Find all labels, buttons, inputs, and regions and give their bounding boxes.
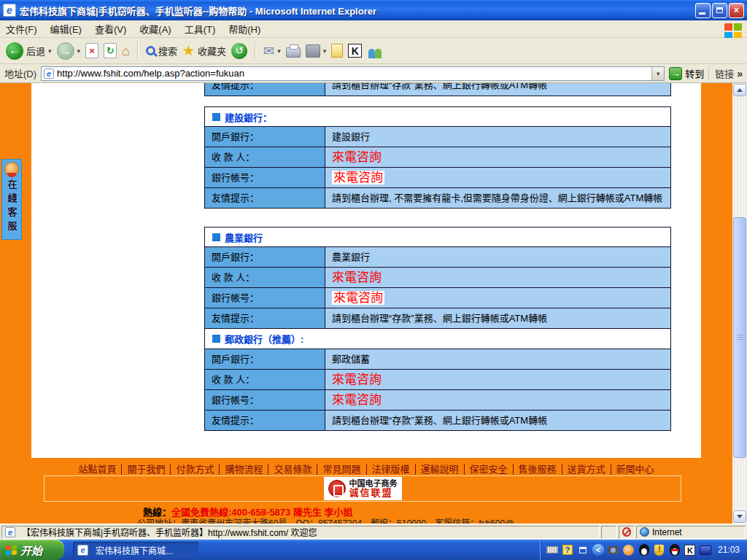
favorites-button[interactable]: ★ 收藏夹 (182, 42, 226, 59)
ime-help-icon[interactable]: ? (562, 544, 573, 556)
footer-link-shipping[interactable]: 運輸說明 (415, 464, 464, 475)
footer-link-delivery[interactable]: 送貨方式 (562, 464, 611, 475)
search-label: 搜索 (158, 44, 177, 58)
row-value: 請到櫃台辦理“存款”業務、網上銀行轉帳或ATM轉帳 (325, 83, 670, 96)
section-marker-icon (212, 233, 220, 241)
scroll-down-button[interactable] (733, 510, 746, 523)
row-label: 開戶銀行： (205, 127, 325, 147)
kaspersky-tray-icon[interactable]: K (684, 544, 696, 556)
plugin-button[interactable]: K (348, 44, 362, 58)
hide-tray-icons-button[interactable]: < (592, 544, 604, 556)
scroll-up-button[interactable] (733, 84, 746, 96)
company-address-clipped: 公司地址：廣東省廣州市深南大路60号 QQ：857457204 郵編：51000… (137, 516, 514, 524)
menu-edit[interactable]: 编辑(E) (50, 22, 82, 36)
vertical-scrollbar[interactable] (732, 83, 747, 524)
stop-icon: × (85, 43, 98, 58)
discuss-button[interactable] (331, 44, 343, 58)
print-button[interactable] (286, 44, 301, 58)
links-bar[interactable]: 链接 » (708, 66, 743, 80)
section-marker-icon (212, 113, 220, 121)
footer-link-about[interactable]: 關于我們 (121, 464, 170, 475)
footer-link-news[interactable]: 新聞中心 (611, 464, 659, 475)
back-dropdown-icon[interactable]: ▾ (48, 47, 52, 55)
bank-table-agri-postal: 農業銀行 開戶銀行： 農業銀行 收 款 人： 來電咨詢 銀行帳号： 來電咨詢 (204, 227, 671, 431)
status-page-icon: e (5, 527, 15, 537)
footer-link-faq[interactable]: 常見問題 (317, 464, 365, 475)
table-row: 收 款 人： 來電咨詢 (205, 147, 670, 167)
zone-label: Internet (652, 527, 682, 537)
edit-dropdown-icon[interactable]: ▾ (323, 47, 327, 55)
edit-button[interactable]: ▾ (306, 44, 327, 58)
start-label: 开始 (20, 542, 42, 558)
footer-link-shopping-flow[interactable]: 購物流程 (219, 464, 268, 475)
menu-help[interactable]: 帮助(H) (228, 22, 260, 36)
menu-view[interactable]: 查看(V) (95, 22, 126, 36)
user-tray-icon[interactable] (623, 544, 635, 556)
page-content: 友情提示： 請到櫃台辦理“存款”業務、網上銀行轉帳或ATM轉帳 建設銀行： 開戶… (31, 83, 701, 458)
row-value: 請到櫃台辦理“存款”業務、網上銀行轉帳或ATM轉帳 (325, 411, 670, 430)
menu-tools[interactable]: 工具(T) (185, 22, 216, 36)
security-shield-icon[interactable]: ! (654, 544, 665, 556)
close-button[interactable]: × (729, 3, 744, 18)
edit-icon (306, 44, 320, 58)
keyboard-tray-icon[interactable] (546, 544, 558, 556)
section-title: 郵政銀行（推薦）: (225, 332, 303, 346)
table-row: 友情提示： 請到櫃台辦理“存款”業務、網上銀行轉帳或ATM轉帳 (205, 83, 670, 96)
minimize-button[interactable] (695, 3, 711, 18)
row-value: 來電咨詢 (325, 168, 670, 187)
task-label: 宏伟科技旗下商城... (96, 544, 173, 556)
status-pane-blocked (619, 526, 635, 539)
home-button[interactable]: ⌂ (122, 43, 130, 59)
ecommerce-trust-badge[interactable]: 中国电子商务 诚信联盟 (324, 477, 402, 500)
online-service-widget[interactable]: 在綫客服 (1, 159, 22, 240)
stop-button[interactable]: × (85, 43, 98, 58)
address-input[interactable] (57, 68, 651, 79)
table-row: 銀行帳号： 來電咨詢 (205, 167, 670, 187)
back-label: 后退 (26, 44, 45, 58)
status-bar: e 【宏伟科技旗下商城|手机窃听器、手机监听器】http://www.fshit… (0, 524, 747, 540)
forward-button[interactable]: → ▾ (57, 42, 81, 60)
title-bar: e 宏伟科技旗下商城|手机窃听器、手机监听器--购物帮助 - Microsoft… (0, 0, 747, 20)
refresh-button[interactable]: ↻ (104, 43, 117, 58)
chevron-right-icon: » (737, 68, 743, 79)
go-button[interactable]: → 转到 (669, 66, 704, 80)
qq2-tray-icon[interactable] (669, 544, 681, 556)
customer-service-icon (4, 162, 19, 176)
footer-link-aftersale[interactable]: 售後服務 (513, 464, 562, 475)
toolbar-separator (137, 42, 139, 61)
restore-icon (716, 7, 723, 13)
taskbar-task-button[interactable]: e 宏伟科技旗下商城... (73, 542, 198, 559)
scrollbar-thumb[interactable] (733, 217, 746, 458)
monitor-tray-icon[interactable] (700, 544, 711, 556)
mail-button[interactable]: ✉ ▾ (263, 43, 281, 59)
history-button[interactable]: ↺ (231, 43, 247, 59)
camera-tray-icon[interactable] (608, 544, 619, 556)
start-button[interactable]: 开始 (0, 540, 64, 560)
status-pane-empty (601, 526, 617, 539)
taskbar: 开始 e 宏伟科技旗下商城... ? < ! K 21:03 (0, 540, 747, 560)
messenger-button[interactable] (367, 44, 383, 58)
row-value: 請到櫃台辦理“存款”業務、網上銀行轉帳或ATM轉帳 (325, 308, 670, 328)
table-row: 開戶銀行： 郵政儲蓄 (205, 349, 670, 369)
footer-nav: 站點首頁關于我們付款方式購物流程交易條款常見問題法律版權運輸說明保密安全售後服務… (0, 458, 732, 475)
restore-tray-icon[interactable] (577, 544, 589, 556)
footer-link-home[interactable]: 站點首頁 (73, 464, 121, 475)
mail-dropdown-icon[interactable]: ▾ (277, 47, 281, 55)
forward-icon: → (57, 42, 74, 60)
search-button[interactable]: 搜索 (146, 44, 177, 58)
menu-file[interactable]: 文件(F) (6, 22, 37, 36)
restore-button[interactable] (712, 3, 727, 18)
footer-link-privacy[interactable]: 保密安全 (464, 464, 513, 475)
footer-link-legal[interactable]: 法律版權 (366, 464, 415, 475)
forward-dropdown-icon[interactable]: ▾ (77, 47, 81, 55)
address-field[interactable]: e ▾ (41, 66, 665, 81)
address-dropdown-button[interactable]: ▾ (651, 67, 664, 80)
row-label: 開戶銀行： (205, 247, 325, 267)
row-label: 銀行帳号： (205, 288, 325, 308)
back-button[interactable]: ← 后退 ▾ (6, 42, 52, 60)
qq-tray-icon[interactable] (638, 544, 650, 556)
footer-link-payment[interactable]: 付款方式 (170, 464, 219, 475)
menu-favorites[interactable]: 收藏(A) (139, 22, 171, 36)
bank-table-construction: 建設銀行： 開戶銀行： 建設銀行 收 款 人： 來電咨詢 銀行帳号： 來電咨詢 (204, 106, 671, 209)
footer-link-terms[interactable]: 交易條款 (268, 464, 317, 475)
